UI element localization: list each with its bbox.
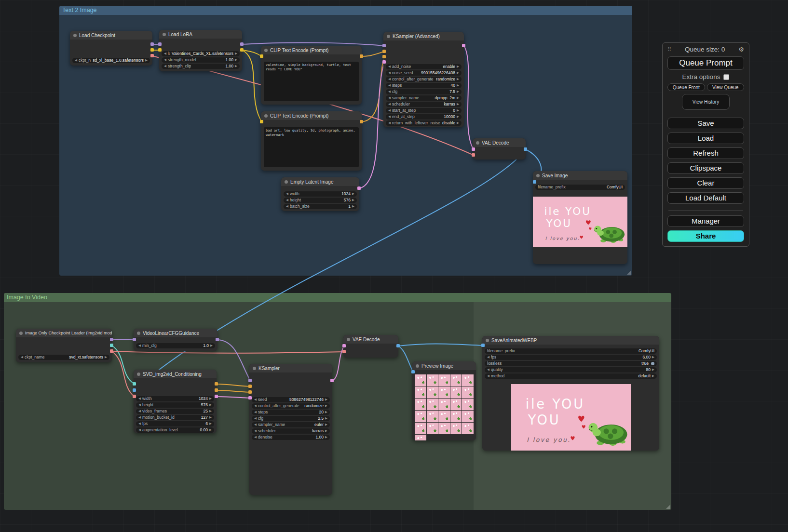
widget-seed[interactable]: ◀seed508627498122746▶ xyxy=(252,397,330,403)
latent-output-port[interactable] xyxy=(357,186,361,190)
drag-handle-icon[interactable]: ⠿ xyxy=(667,46,671,53)
widget-height[interactable]: ◀height576▶ xyxy=(284,198,357,203)
collapse-dot-icon[interactable] xyxy=(253,367,256,370)
node-title-bar[interactable]: SVD_img2vid_Conditioning xyxy=(134,370,217,378)
increment-arrow-icon[interactable]: ▶ xyxy=(457,77,459,81)
widget-strength_clip[interactable]: ◀strength_clip1.00▶ xyxy=(162,64,240,69)
refresh-button[interactable]: Refresh xyxy=(667,147,744,159)
images-input-port[interactable] xyxy=(533,180,536,184)
group-title-text2image[interactable]: Text 2 Image xyxy=(59,6,632,15)
node-vae-decode-video[interactable]: VAE Decode xyxy=(343,335,398,358)
init-image-input-port[interactable] xyxy=(133,388,136,392)
latent-input-port[interactable] xyxy=(382,60,386,64)
widget-return_with_leftover_noise[interactable]: ◀return_with_leftover_noisedisable▶ xyxy=(386,120,462,126)
clip-output-port[interactable] xyxy=(240,48,244,52)
clip-input-port[interactable] xyxy=(260,54,263,58)
model-output-port[interactable] xyxy=(240,42,244,46)
decrement-arrow-icon[interactable]: ◀ xyxy=(487,355,489,359)
decrement-arrow-icon[interactable]: ◀ xyxy=(254,416,257,420)
node-save-image[interactable]: Save Image filename_prefixComfyUI ile YO… xyxy=(533,171,627,264)
model-input-port[interactable] xyxy=(158,42,162,46)
node-title-bar[interactable]: Image Only Checkpoint Loader (img2vid mo… xyxy=(16,329,112,337)
collapse-dot-icon[interactable] xyxy=(73,34,77,37)
decrement-arrow-icon[interactable]: ◀ xyxy=(164,58,166,62)
widget-steps[interactable]: ◀steps20▶ xyxy=(252,410,330,415)
decrement-arrow-icon[interactable]: ◀ xyxy=(254,398,257,401)
decrement-arrow-icon[interactable]: ◀ xyxy=(388,115,391,119)
decrement-arrow-icon[interactable]: ◀ xyxy=(75,58,77,62)
vae-input-port[interactable] xyxy=(472,153,475,157)
widget-steps[interactable]: ◀steps40▶ xyxy=(386,83,462,89)
decrement-arrow-icon[interactable]: ◀ xyxy=(138,344,141,347)
increment-arrow-icon[interactable]: ▶ xyxy=(457,121,459,125)
images-input-port[interactable] xyxy=(411,370,415,373)
view-history-button[interactable]: View History xyxy=(682,94,730,110)
latent-output-port[interactable] xyxy=(330,379,334,382)
increment-arrow-icon[interactable]: ▶ xyxy=(352,198,354,202)
decrement-arrow-icon[interactable]: ◀ xyxy=(388,71,391,75)
increment-arrow-icon[interactable]: ▶ xyxy=(652,368,654,372)
latent-input-port[interactable] xyxy=(248,396,252,399)
node-ksampler-advanced[interactable]: KSampler (Advanced) ◀add_noiseenable▶◀no… xyxy=(383,32,464,127)
image-output-port[interactable] xyxy=(396,344,400,347)
widget-min_cfg[interactable]: ◀min_cfg1.0▶ xyxy=(136,343,215,349)
widget-ckpt_name[interactable]: ◀ckpt_namesd_xl_base_1.0.safetensors▶ xyxy=(72,58,150,64)
increment-arrow-icon[interactable]: ▶ xyxy=(325,398,327,401)
increment-arrow-icon[interactable]: ▶ xyxy=(457,90,459,93)
model-output-port[interactable] xyxy=(150,42,154,46)
model-input-port[interactable] xyxy=(133,338,136,341)
decrement-arrow-icon[interactable]: ◀ xyxy=(21,355,23,359)
positive-input-port[interactable] xyxy=(382,50,386,53)
positive-prompt-textarea[interactable]: valentine, simple background, turtle, te… xyxy=(264,62,359,101)
widget-width[interactable]: ◀width1024▶ xyxy=(284,191,357,197)
increment-arrow-icon[interactable]: ▶ xyxy=(325,429,327,433)
vae-input-port[interactable] xyxy=(133,395,136,398)
increment-arrow-icon[interactable]: ▶ xyxy=(325,423,327,426)
collapse-dot-icon[interactable] xyxy=(264,114,268,118)
increment-arrow-icon[interactable]: ▶ xyxy=(325,404,327,408)
node-clip-text-encode-positive[interactable]: CLIP Text Encode (Prompt) valentine, sim… xyxy=(261,46,362,105)
increment-arrow-icon[interactable]: ▶ xyxy=(457,83,459,87)
latent-output-port[interactable] xyxy=(462,44,465,47)
widget-filename_prefix[interactable]: filename_prefixComfyUI xyxy=(485,348,657,354)
collapse-dot-icon[interactable] xyxy=(19,332,23,335)
widget-filename_prefix[interactable]: filename_prefixComfyUI xyxy=(535,185,625,190)
positive-output-port[interactable] xyxy=(215,382,218,386)
increment-arrow-icon[interactable]: ▶ xyxy=(652,374,654,378)
node-title-bar[interactable]: Save Image xyxy=(533,171,627,180)
increment-arrow-icon[interactable]: ▶ xyxy=(210,344,213,347)
increment-arrow-icon[interactable]: ▶ xyxy=(235,52,237,55)
widget-add_noise[interactable]: ◀add_noiseenable▶ xyxy=(386,64,462,70)
negative-input-port[interactable] xyxy=(248,390,252,394)
collapse-dot-icon[interactable] xyxy=(347,338,350,341)
increment-arrow-icon[interactable]: ▶ xyxy=(209,409,212,413)
samples-input-port[interactable] xyxy=(342,344,346,347)
widget-video_frames[interactable]: ◀video_frames25▶ xyxy=(136,409,214,414)
decrement-arrow-icon[interactable]: ◀ xyxy=(138,428,141,432)
increment-arrow-icon[interactable]: ▶ xyxy=(209,403,212,407)
node-title-bar[interactable]: CLIP Text Encode (Prompt) xyxy=(261,46,362,54)
node-save-animated-webp[interactable]: SaveAnimatedWEBP filename_prefixComfyUI◀… xyxy=(482,336,659,451)
node-empty-latent-image[interactable]: Empty Latent Image ◀width1024▶◀height576… xyxy=(281,177,359,211)
decrement-arrow-icon[interactable]: ◀ xyxy=(138,415,141,419)
decrement-arrow-icon[interactable]: ◀ xyxy=(388,90,391,93)
increment-arrow-icon[interactable]: ▶ xyxy=(457,108,459,112)
model-input-port[interactable] xyxy=(382,44,386,47)
negative-prompt-textarea[interactable]: bad art, low quality, 3d, photograph, an… xyxy=(264,127,359,167)
images-input-port[interactable] xyxy=(481,344,485,347)
node-title-bar[interactable]: VAE Decode xyxy=(343,335,398,344)
load-button[interactable]: Load xyxy=(667,133,744,144)
decrement-arrow-icon[interactable]: ◀ xyxy=(388,102,391,106)
increment-arrow-icon[interactable]: ▶ xyxy=(209,428,212,432)
widget-sampler_name[interactable]: ◀sampler_nameeuler▶ xyxy=(252,422,330,428)
widget-augmentation_level[interactable]: ◀augmentation_level0.00▶ xyxy=(136,427,214,433)
collapse-dot-icon[interactable] xyxy=(137,372,140,376)
positive-input-port[interactable] xyxy=(248,385,252,388)
decrement-arrow-icon[interactable]: ◀ xyxy=(254,423,257,426)
decrement-arrow-icon[interactable]: ◀ xyxy=(254,435,257,439)
decrement-arrow-icon[interactable]: ◀ xyxy=(487,368,489,372)
decrement-arrow-icon[interactable]: ◀ xyxy=(286,198,288,202)
model-output-port[interactable] xyxy=(216,338,219,341)
widget-sampler_name[interactable]: ◀sampler_namedpmpp_2m▶ xyxy=(386,95,462,101)
samples-input-port[interactable] xyxy=(472,147,475,151)
